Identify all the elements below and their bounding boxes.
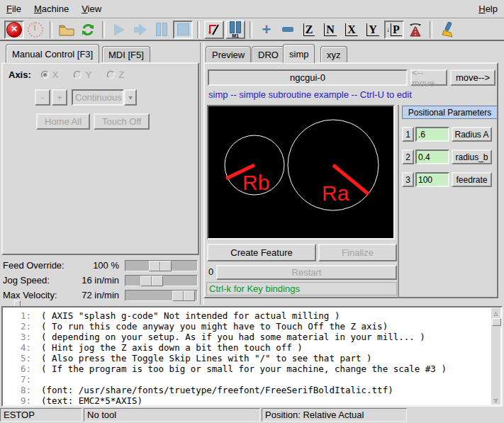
preview-canvas: Rb Ra — [207, 105, 395, 239]
tab-manual-control[interactable]: Manual Control [F3] — [6, 44, 99, 63]
run-button[interactable] — [109, 21, 129, 39]
view-y-icon: Y — [366, 23, 379, 36]
gcode-line: 5:( Also press the Toggle Skip Lines wit… — [3, 353, 501, 363]
menu-help[interactable]: Help — [472, 1, 504, 17]
positional-parameters-panel: Positional Parameters 1 Radius A 2 radiu… — [398, 105, 499, 298]
param-number: 3 — [402, 172, 414, 187]
gcode-listing[interactable]: 1:( AXIS "splash g-code" Not intended fo… — [1, 306, 503, 407]
stop-button[interactable] — [173, 21, 193, 39]
rotate-view-button[interactable] — [405, 21, 425, 39]
zoom-out-button[interactable] — [278, 21, 298, 39]
param-value-input[interactable] — [415, 127, 449, 142]
param-value-input[interactable] — [415, 150, 449, 164]
radio-icon — [74, 71, 82, 79]
finalize-button[interactable]: Finalize — [318, 244, 397, 261]
slider-handle[interactable] — [149, 261, 172, 271]
view-z-rotated-button[interactable]: N — [320, 21, 340, 39]
reload-button[interactable] — [78, 21, 98, 39]
jog-speed-value: 16 in/min — [69, 275, 125, 286]
tab-label: MDI [F5] — [108, 50, 144, 60]
param-value-input[interactable] — [415, 172, 449, 187]
toolbar-separator — [430, 21, 432, 38]
toolbar-separator — [250, 21, 252, 38]
jog-speed-slider[interactable] — [125, 275, 198, 286]
move-left-button[interactable]: <--move — [410, 69, 447, 86]
parameters-header: Positional Parameters — [402, 106, 498, 119]
slider-section: Feed Override: 100 % Jog Speed: 16 in/mi… — [3, 259, 200, 303]
open-file-icon — [58, 23, 75, 37]
tab-mdi[interactable]: MDI [F5] — [102, 46, 150, 63]
max-velocity-label: Max Velocity: — [3, 290, 69, 300]
axis-radio-z[interactable]: Z — [107, 69, 124, 80]
stop-icon — [177, 23, 189, 35]
zoom-in-button[interactable]: + — [257, 21, 276, 39]
tab-dro[interactable]: DRO — [252, 46, 285, 63]
axis-radio-x[interactable]: X — [41, 69, 59, 80]
axis-label: Axis: — [9, 69, 31, 80]
slider-handle[interactable] — [140, 276, 163, 286]
param-number: 2 — [402, 150, 414, 164]
view-perspective-button[interactable]: ↓P — [384, 21, 404, 39]
tab-label: simp — [289, 49, 308, 60]
jog-mode-value: Continuous — [72, 89, 124, 106]
gcode-scrollbar[interactable]: △ ▽ — [491, 308, 500, 405]
feed-override-slider[interactable] — [125, 260, 198, 271]
menubar: File Machine View Help — [0, 0, 504, 19]
pause-button[interactable] — [152, 21, 172, 39]
view-z-button[interactable]: Z — [299, 21, 319, 39]
feed-override-row: Feed Override: 100 % — [3, 259, 200, 272]
toggle-skip-lines-button[interactable] — [204, 21, 224, 39]
home-all-button[interactable]: Home All — [36, 113, 90, 130]
manual-control-frame: Axis: X Y Z - + — [1, 62, 199, 255]
rotate-icon — [408, 22, 423, 38]
touch-off-button[interactable]: Touch Off — [94, 113, 150, 130]
axis-radio-y[interactable]: Y — [74, 69, 91, 80]
menu-machine[interactable]: Machine — [28, 1, 75, 17]
chevron-down-icon[interactable] — [124, 89, 137, 106]
tab-label: DRO — [258, 50, 279, 60]
step-button[interactable] — [130, 21, 150, 39]
scroll-down-icon[interactable]: ▽ — [491, 395, 500, 405]
param-name: radius_b — [452, 150, 492, 164]
clear-plot-button[interactable] — [437, 21, 457, 39]
machine-power-button[interactable] — [26, 21, 45, 39]
radio-label: Z — [118, 69, 124, 80]
jog-plus-button[interactable]: + — [52, 89, 67, 106]
gcode-line: 9:(text: EMC2*5*AXIS) — [3, 395, 501, 406]
param-row: 1 Radius A — [402, 127, 498, 142]
tab-preview[interactable]: Preview — [206, 46, 251, 63]
menu-file[interactable]: File — [0, 1, 28, 17]
clear-plot-icon — [438, 22, 455, 38]
jog-speed-label: Jog Speed: — [3, 275, 69, 286]
tab-simp[interactable]: simp — [283, 44, 315, 63]
scrollbar-thumb[interactable] — [492, 318, 501, 326]
estop-button[interactable]: ✕ — [4, 21, 24, 39]
optional-pause-m1-icon: M1 — [229, 21, 242, 38]
max-velocity-value: 72 in/min — [69, 290, 125, 300]
param-number: 1 — [402, 127, 414, 142]
restart-button[interactable]: Restart — [216, 265, 397, 280]
create-feature-button[interactable]: Create Feature — [207, 244, 316, 261]
view-y-button[interactable]: Y — [363, 21, 383, 39]
view-x-button[interactable]: X — [342, 21, 362, 39]
zoom-out-icon — [282, 27, 293, 32]
tab-xyz[interactable]: xyz — [320, 46, 347, 63]
jog-speed-row: Jog Speed: 16 in/min — [3, 273, 200, 287]
move-right-button[interactable]: move--> — [450, 69, 495, 86]
menu-view[interactable]: View — [75, 1, 108, 17]
down-arrow-icon: ↓ — [386, 26, 390, 33]
slider-handle[interactable] — [172, 291, 195, 301]
jog-minus-button[interactable]: - — [35, 89, 50, 106]
jog-mode-combobox[interactable]: Continuous — [72, 89, 137, 106]
gcode-line: 1:( AXIS "splash g-code" Not intended fo… — [3, 310, 501, 321]
view-x-icon: X — [345, 23, 358, 36]
subroutine-description: simp -- simple subroutine example -- Ctr… — [208, 89, 412, 100]
toolbar-separator — [50, 21, 52, 38]
max-velocity-slider[interactable] — [125, 290, 198, 301]
reload-icon — [80, 22, 96, 38]
restart-count: 0 — [208, 266, 213, 277]
optional-pause-m1-button[interactable]: M1 — [225, 21, 245, 39]
tab-label: Preview — [212, 50, 245, 60]
scroll-up-icon[interactable]: △ — [491, 308, 500, 317]
open-file-button[interactable] — [57, 21, 77, 39]
